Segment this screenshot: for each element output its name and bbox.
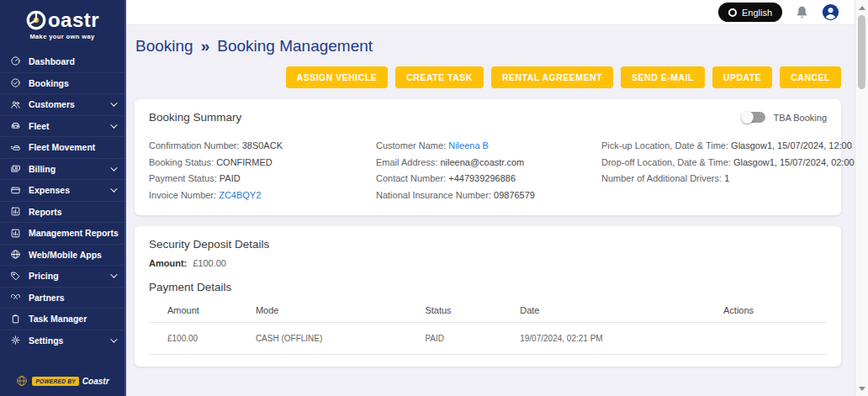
tag-icon — [9, 270, 21, 282]
header-date: Date — [515, 300, 718, 323]
table-row: £100.00 CASH (OFFLINE) PAID 19/07/2024, … — [149, 323, 827, 355]
sidebar-item-dashboard[interactable]: Dashboard — [0, 50, 124, 72]
header-mode: Mode — [251, 300, 421, 323]
invoice-number-link[interactable]: ZC4BQY2 — [219, 190, 261, 200]
cash-icon — [9, 163, 21, 175]
summary-column-3: Pick-up Location, Date & Time: Glasgow1,… — [601, 138, 855, 203]
assign-vehicle-button[interactable]: ASSIGN VEHICLE — [286, 66, 389, 88]
cell-status: PAID — [420, 323, 515, 355]
tba-booking-toggle[interactable] — [743, 112, 765, 123]
clipboard-icon — [9, 313, 21, 325]
sidebar-item-customers[interactable]: Customers — [0, 93, 124, 115]
powered-by-label: POWERED BY — [32, 377, 78, 386]
action-button-row: ASSIGN VEHICLE CREATE TASK RENTAL AGREEM… — [135, 66, 841, 88]
chevron-down-icon — [110, 335, 117, 342]
sidebar-item-bookings[interactable]: Bookings — [0, 72, 124, 94]
customer-name-field: Customer Name: Nileena B — [376, 138, 601, 155]
bar-chart-icon — [9, 206, 21, 218]
scrollbar-thumb[interactable] — [858, 15, 865, 89]
globe-network-icon — [15, 374, 29, 388]
create-task-button[interactable]: CREATE TASK — [395, 66, 484, 88]
user-avatar-icon[interactable] — [822, 3, 839, 21]
globe-icon — [9, 249, 21, 261]
booking-summary-fields: Confirmation Number: 38S0ACK Booking Sta… — [149, 138, 827, 203]
payment-status-field: Payment Status: PAID — [149, 171, 376, 187]
brand-tagline: Make your own way — [0, 33, 124, 40]
breadcrumb-separator: » — [201, 37, 210, 55]
update-button[interactable]: UPDATE — [712, 66, 772, 88]
breadcrumb-section[interactable]: Booking — [135, 37, 193, 55]
gear-icon — [9, 335, 21, 346]
breadcrumb: Booking » Booking Management — [135, 37, 841, 55]
chevron-down-icon — [110, 272, 117, 278]
sidebar-item-expenses[interactable]: Expenses — [0, 179, 124, 201]
sidebar-item-partners[interactable]: Partners — [0, 287, 124, 309]
confirmation-number-field: Confirmation Number: 38S0ACK — [149, 138, 376, 155]
cell-date: 19/07/2024, 02:21 PM — [515, 323, 718, 355]
pickup-location-field: Pick-up Location, Date & Time: Glasgow1,… — [601, 138, 855, 155]
cell-mode: CASH (OFFLINE) — [251, 323, 421, 355]
email-address-field: Email Address: nileena@coastr.com — [376, 155, 601, 172]
chevron-down-icon — [110, 121, 117, 128]
car-icon — [9, 120, 21, 132]
national-insurance-field: National Insurance Number: 09876579 — [376, 187, 601, 204]
language-label: English — [742, 8, 772, 18]
brand-wordmark: oastr — [48, 8, 99, 32]
toggle-knob — [741, 111, 754, 124]
sidebar-nav: Dashboard Bookings Customers Fleet Fleet… — [0, 50, 124, 351]
check-circle-icon — [9, 77, 21, 89]
security-deposit-card: Security Deposit Details Amount:£100.00 … — [135, 226, 841, 367]
notifications-bell-icon[interactable] — [795, 5, 809, 19]
sidebar-item-billing[interactable]: Billing — [0, 158, 124, 180]
credit-card-icon — [9, 184, 21, 196]
contact-number-field: Contact Number: +447939296886 — [376, 171, 601, 187]
steering-wheel-logo-icon — [25, 9, 47, 31]
handshake-icon — [9, 292, 21, 304]
sidebar-item-fleet-movement[interactable]: Fleet Movement — [0, 136, 124, 158]
sidebar-item-fleet[interactable]: Fleet — [0, 115, 124, 137]
security-deposit-title: Security Deposit Details — [149, 238, 827, 251]
booking-status-field: Booking Status: CONFIRMED — [149, 155, 376, 172]
page-content: Booking » Booking Management ASSIGN VEHI… — [126, 25, 855, 396]
globe-ring-icon — [728, 8, 737, 17]
customer-name-link[interactable]: Nileena B — [448, 140, 489, 150]
sidebar-item-settings[interactable]: Settings — [0, 330, 124, 351]
sidebar-item-management-reports[interactable]: Management Reports — [0, 222, 124, 244]
sidebar-item-task-manager[interactable]: Task Manager — [0, 308, 124, 330]
sidebar: oastr Make your own way Dashboard Bookin… — [0, 0, 126, 396]
app-window: oastr Make your own way Dashboard Bookin… — [0, 0, 868, 396]
language-selector[interactable]: English — [718, 3, 782, 22]
bar-chart-icon — [9, 227, 21, 239]
users-icon — [9, 98, 21, 110]
scrollbar-down-arrow[interactable] — [855, 383, 868, 394]
send-email-button[interactable]: SEND E-MAIL — [621, 66, 705, 88]
sidebar-item-web-mobile-apps[interactable]: Web/Mobile Apps — [0, 244, 124, 266]
sidebar-item-pricing[interactable]: Pricing — [0, 265, 124, 287]
booking-summary-title: Booking Summary — [149, 111, 241, 124]
payment-details-title: Payment Details — [149, 281, 827, 293]
scrollbar[interactable] — [855, 0, 868, 396]
sidebar-item-reports[interactable]: Reports — [0, 201, 124, 223]
booking-summary-card: Booking Summary TBA Booking Confirmation… — [135, 99, 841, 215]
chevron-down-icon — [110, 100, 117, 107]
dropoff-location-field: Drop-off Location, Date & Time: Glasgow1… — [601, 155, 855, 172]
powered-by-brand: Coastr — [82, 377, 109, 386]
cancel-button[interactable]: CANCEL — [780, 66, 841, 88]
invoice-number-field: Invoice Number: ZC4BQY2 — [149, 187, 376, 204]
coastr-logo: oastr Make your own way — [0, 0, 124, 45]
chevron-down-icon — [110, 186, 117, 193]
topbar: English — [126, 0, 855, 25]
gauge-icon — [9, 55, 21, 67]
header-actions: Actions — [718, 300, 827, 323]
cell-actions — [718, 323, 827, 355]
rental-agreement-button[interactable]: RENTAL AGREEMENT — [491, 66, 613, 88]
table-header-row: Amount Mode Status Date Actions — [149, 300, 827, 323]
additional-drivers-field: Number of Additional Drivers: 1 — [601, 171, 855, 187]
summary-column-2: Customer Name: Nileena B Email Address: … — [376, 138, 601, 203]
deposit-amount-row: Amount:£100.00 — [149, 258, 827, 268]
powered-by-footer: POWERED BY Coastr — [0, 367, 124, 396]
scrollbar-up-arrow[interactable] — [855, 2, 868, 13]
car-moving-icon — [9, 141, 21, 153]
header-status: Status — [420, 300, 515, 323]
header-amount: Amount — [149, 300, 251, 323]
